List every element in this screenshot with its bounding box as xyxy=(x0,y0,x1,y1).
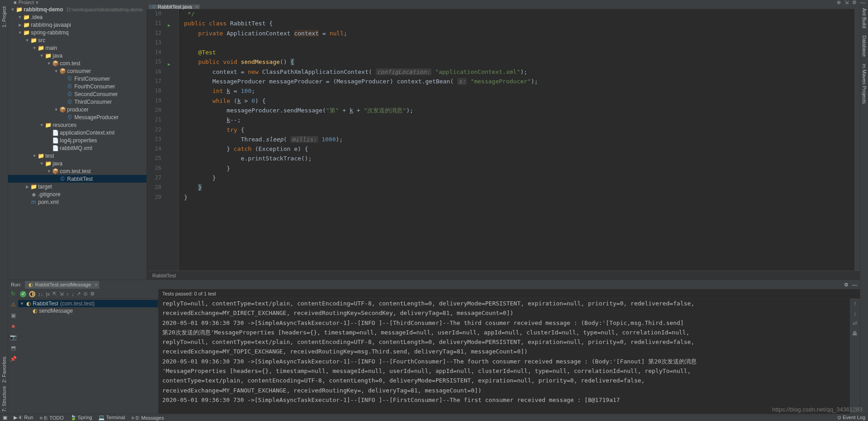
breadcrumb-item[interactable]: RabbitTest xyxy=(152,273,176,278)
close-run-tab-icon[interactable]: × xyxy=(95,282,97,287)
tree-item[interactable]: ©RabbitTest xyxy=(8,175,146,183)
pin-icon[interactable]: 📌 xyxy=(10,355,17,363)
export-icon[interactable]: ↗ xyxy=(77,291,81,297)
tree-item[interactable]: ▼📁resources xyxy=(8,121,146,129)
tree-item[interactable]: 📄rabbitMQ.xml xyxy=(8,144,146,152)
tree-item[interactable]: 📄log4j.properties xyxy=(8,136,146,144)
next-test-icon[interactable]: ↓ xyxy=(72,291,74,297)
history-gear-icon[interactable]: ⚙ xyxy=(90,291,95,297)
tree-item[interactable]: ▼📁src xyxy=(8,36,146,44)
sidebar-tab-maven[interactable]: m Maven Projects xyxy=(862,62,867,106)
run-gutter-icon[interactable]: ▶ xyxy=(168,59,170,69)
expand-all-icon[interactable]: ⇱ xyxy=(53,291,57,297)
tree-item[interactable]: ▼📁main xyxy=(8,44,146,52)
tree-item[interactable]: ▶📁rabbitmq-javaapi xyxy=(8,21,146,29)
rerun-icon[interactable]: ↻ xyxy=(10,290,17,297)
tree-item[interactable]: ▼📁java xyxy=(8,160,146,167)
tree-item[interactable]: ▼📦com.test.test xyxy=(8,167,146,175)
tree-item[interactable]: ▼📁java xyxy=(8,52,146,59)
status-todo[interactable]: ≡ 6: TODO xyxy=(39,415,63,421)
status-messages[interactable]: ≡ 0: Messages xyxy=(131,415,164,421)
test-method-label: sendMessage xyxy=(39,308,73,314)
tree-item[interactable]: ©FirstConsumer xyxy=(8,75,146,82)
status-indicator-icon[interactable]: ▣ xyxy=(3,415,7,421)
sort-icon[interactable]: ↕↓ xyxy=(38,291,43,297)
run-gutter-icon[interactable]: ▶ xyxy=(168,20,170,30)
editor-area: © RabbitTest.java × 1011▶12131415▶161718… xyxy=(147,5,860,280)
tree-item[interactable]: 📄applicationContext.xml xyxy=(8,129,146,136)
sidebar-tab-favorites[interactable]: 2: Favorites xyxy=(1,355,7,384)
test-running-icon: ◐ xyxy=(33,308,37,314)
status-event-log[interactable]: ⊙ Event Log xyxy=(837,415,865,421)
import-icon[interactable]: ⊙ xyxy=(83,291,87,297)
run-tab[interactable]: ◐ RabbitTest.sendMessage × xyxy=(25,281,99,289)
collapse-all-icon[interactable]: ⇲ xyxy=(59,291,63,297)
tree-item[interactable]: ©ThirdConsumer xyxy=(8,98,146,106)
print-icon[interactable]: 🖶 xyxy=(852,330,858,337)
restore-layout-icon[interactable]: ⬒ xyxy=(10,344,17,352)
tree-arrow-icon: ▼ xyxy=(20,301,24,306)
status-bar: ▣ ▶ 4: Run ≡ 6: TODO 🍃 Spring 💻 Terminal… xyxy=(0,414,868,421)
stop-icon[interactable]: ■ xyxy=(10,323,17,330)
console-output[interactable]: replyTo=null, contentType=text/plain, co… xyxy=(159,299,850,414)
editor-tab[interactable]: © RabbitTest.java × xyxy=(149,5,200,9)
soft-wrap-icon[interactable]: ⏎ xyxy=(853,320,857,327)
tree-item[interactable]: ©FourthConsumer xyxy=(8,82,146,90)
editor-scrollbar[interactable] xyxy=(854,9,860,271)
run-panel: Run: ◐ RabbitTest.sendMessage × ⚙ — ↻ ⚠ … xyxy=(8,280,860,414)
toggle-auto-test-icon[interactable]: ▣ xyxy=(10,312,17,319)
test-tree-root[interactable]: ▼ ◐ RabbitTest (com.test.test) xyxy=(18,300,158,307)
line-number-gutter[interactable]: 1011▶12131415▶16171819202122232425262728… xyxy=(147,9,173,271)
sidebar-tab-structure[interactable]: 7: Structure xyxy=(1,384,7,414)
sort-alpha-icon[interactable]: |≡ xyxy=(46,291,50,297)
rerun-failed-icon[interactable]: ⚠ xyxy=(10,301,17,308)
tree-item[interactable]: ◆.gitignore xyxy=(8,190,146,198)
show-passed-icon[interactable]: ✓ xyxy=(20,291,26,297)
scroll-to-top-icon[interactable]: ↑ xyxy=(853,300,856,307)
test-running-icon: ◐ xyxy=(26,300,31,307)
test-running-icon: ◐ xyxy=(29,282,33,288)
run-label: Run: xyxy=(11,282,21,287)
run-settings-icon[interactable]: ⚙ xyxy=(844,282,849,288)
close-tab-icon[interactable]: × xyxy=(195,5,198,10)
tree-item[interactable]: ▼📦com.test xyxy=(8,59,146,67)
test-class-package: (com.test.test) xyxy=(60,300,95,307)
tree-item[interactable]: ▼📦consumer xyxy=(8,67,146,75)
editor-breadcrumb[interactable]: RabbitTest xyxy=(147,271,860,280)
tree-item[interactable]: ©SecondConsumer xyxy=(8,90,146,98)
tree-item[interactable]: ▼📁spring-rabbitmq xyxy=(8,29,146,36)
show-ignored-icon[interactable]: ◐ xyxy=(29,291,35,297)
test-class-label: RabbitTest xyxy=(33,300,58,307)
test-tree: ✓ ◐ ↕↓ |≡ ⇱ ⇲ ↑ ↓ ↗ ⊙ ⚙ ▼ ◐ RabbitT xyxy=(18,289,159,414)
sidebar-tab-database[interactable]: Database xyxy=(862,34,867,58)
dump-threads-icon[interactable]: 📷 xyxy=(10,334,17,341)
sidebar-tab-project[interactable]: 1: Project xyxy=(1,5,7,29)
test-tree-item[interactable]: ◐ sendMessage xyxy=(18,307,158,315)
tree-item[interactable]: ▼📁.idea xyxy=(8,13,146,21)
tree-item[interactable]: mpom.xml xyxy=(8,198,146,206)
test-status-bar: Tests passed: 0 of 1 test xyxy=(159,289,860,299)
tree-item[interactable]: ▶📁target xyxy=(8,183,146,190)
fold-gutter[interactable] xyxy=(173,9,179,271)
tree-item[interactable]: ▼📁test xyxy=(8,152,146,160)
status-terminal[interactable]: 💻 Terminal xyxy=(98,415,125,421)
scroll-to-end-icon[interactable]: ↓ xyxy=(853,310,856,317)
code-editor[interactable]: */public class RabbitTest { private Appl… xyxy=(179,9,860,271)
project-tree[interactable]: ▼📁rabbitmq-demoD:\workspace\idea\rabbitm… xyxy=(8,5,146,280)
prev-test-icon[interactable]: ↑ xyxy=(66,291,69,297)
status-spring[interactable]: 🍃 Spring xyxy=(70,415,92,421)
sidebar-tab-ant[interactable]: Ant Build xyxy=(862,6,867,30)
project-root[interactable]: ▼📁rabbitmq-demoD:\workspace\idea\rabbitm… xyxy=(8,5,146,13)
run-tab-label: RabbitTest.sendMessage xyxy=(35,282,91,287)
project-panel: ▼📁rabbitmq-demoD:\workspace\idea\rabbitm… xyxy=(8,5,147,280)
run-minimize-icon[interactable]: — xyxy=(852,282,857,287)
tree-item[interactable]: ▼📦producer xyxy=(8,106,146,113)
status-run[interactable]: ▶ 4: Run xyxy=(14,415,33,421)
tree-item[interactable]: ©MessageProducer xyxy=(8,113,146,121)
watermark: https://blog.csdn.net/qq_34361283 xyxy=(772,406,863,413)
